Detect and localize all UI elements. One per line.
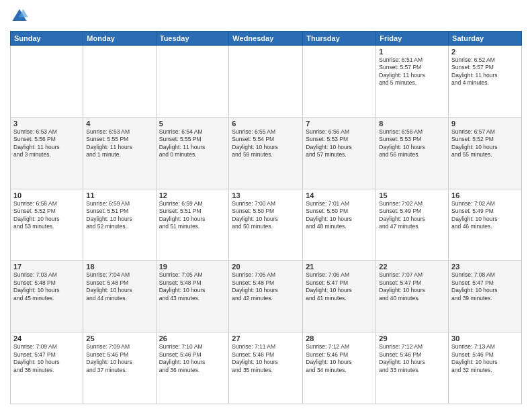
day-info: Sunrise: 7:13 AM Sunset: 5:46 PM Dayligh… <box>451 343 519 374</box>
calendar-cell: 21Sunrise: 7:06 AM Sunset: 5:47 PM Dayli… <box>303 261 376 332</box>
day-number: 22 <box>379 263 445 271</box>
calendar-cell: 4Sunrise: 6:53 AM Sunset: 5:55 PM Daylig… <box>83 117 156 189</box>
day-number: 27 <box>232 334 300 342</box>
dow-header-tuesday: Tuesday <box>156 32 229 46</box>
day-number: 7 <box>306 120 373 128</box>
day-info: Sunrise: 7:09 AM Sunset: 5:46 PM Dayligh… <box>86 343 152 374</box>
day-number: 18 <box>86 263 152 271</box>
day-info: Sunrise: 6:57 AM Sunset: 5:52 PM Dayligh… <box>451 128 519 159</box>
calendar-cell: 20Sunrise: 7:05 AM Sunset: 5:48 PM Dayli… <box>229 261 303 332</box>
dow-header-thursday: Thursday <box>303 32 376 46</box>
calendar-cell <box>83 46 156 118</box>
dow-header-saturday: Saturday <box>449 32 522 46</box>
calendar-cell: 22Sunrise: 7:07 AM Sunset: 5:47 PM Dayli… <box>376 261 449 332</box>
calendar-cell: 7Sunrise: 6:56 AM Sunset: 5:53 PM Daylig… <box>303 117 376 189</box>
calendar-cell: 1Sunrise: 6:51 AM Sunset: 5:57 PM Daylig… <box>376 46 449 118</box>
calendar-cell: 3Sunrise: 6:53 AM Sunset: 5:56 PM Daylig… <box>11 117 83 189</box>
day-number: 8 <box>379 120 445 128</box>
calendar-cell: 2Sunrise: 6:52 AM Sunset: 5:57 PM Daylig… <box>449 46 522 118</box>
day-number: 21 <box>306 263 373 271</box>
page-header <box>10 7 522 26</box>
day-info: Sunrise: 6:59 AM Sunset: 5:51 PM Dayligh… <box>159 200 226 231</box>
day-number: 19 <box>159 263 226 271</box>
calendar-cell: 30Sunrise: 7:13 AM Sunset: 5:46 PM Dayli… <box>449 332 522 404</box>
day-info: Sunrise: 6:51 AM Sunset: 5:57 PM Dayligh… <box>379 56 445 87</box>
calendar-cell <box>11 46 83 118</box>
day-info: Sunrise: 6:53 AM Sunset: 5:55 PM Dayligh… <box>86 128 152 159</box>
dow-header-monday: Monday <box>83 32 156 46</box>
day-number: 14 <box>306 191 373 199</box>
day-number: 3 <box>13 120 80 128</box>
day-number: 1 <box>379 48 445 56</box>
calendar-cell: 26Sunrise: 7:10 AM Sunset: 5:46 PM Dayli… <box>156 332 229 404</box>
day-number: 25 <box>86 334 152 342</box>
day-info: Sunrise: 6:58 AM Sunset: 5:52 PM Dayligh… <box>13 200 80 231</box>
calendar-cell: 17Sunrise: 7:03 AM Sunset: 5:48 PM Dayli… <box>11 261 83 332</box>
day-number: 12 <box>159 191 226 199</box>
day-info: Sunrise: 7:06 AM Sunset: 5:47 PM Dayligh… <box>306 271 373 302</box>
calendar-cell: 23Sunrise: 7:08 AM Sunset: 5:47 PM Dayli… <box>449 261 522 332</box>
calendar-cell: 10Sunrise: 6:58 AM Sunset: 5:52 PM Dayli… <box>11 189 83 261</box>
logo <box>10 7 32 26</box>
day-info: Sunrise: 7:10 AM Sunset: 5:46 PM Dayligh… <box>159 343 226 374</box>
logo-icon <box>10 7 29 26</box>
calendar-cell <box>303 46 376 118</box>
day-info: Sunrise: 7:00 AM Sunset: 5:50 PM Dayligh… <box>232 200 300 231</box>
day-number: 10 <box>13 191 80 199</box>
calendar-cell: 12Sunrise: 6:59 AM Sunset: 5:51 PM Dayli… <box>156 189 229 261</box>
day-number: 28 <box>306 334 373 342</box>
day-number: 4 <box>86 120 152 128</box>
calendar-cell: 8Sunrise: 6:56 AM Sunset: 5:53 PM Daylig… <box>376 117 449 189</box>
calendar-cell: 19Sunrise: 7:05 AM Sunset: 5:48 PM Dayli… <box>156 261 229 332</box>
day-info: Sunrise: 7:07 AM Sunset: 5:47 PM Dayligh… <box>379 271 445 302</box>
calendar-cell: 5Sunrise: 6:54 AM Sunset: 5:55 PM Daylig… <box>156 117 229 189</box>
day-info: Sunrise: 7:12 AM Sunset: 5:46 PM Dayligh… <box>306 343 373 374</box>
day-number: 16 <box>451 191 519 199</box>
day-info: Sunrise: 6:56 AM Sunset: 5:53 PM Dayligh… <box>379 128 445 159</box>
day-info: Sunrise: 7:05 AM Sunset: 5:48 PM Dayligh… <box>159 271 226 302</box>
calendar-cell: 24Sunrise: 7:09 AM Sunset: 5:47 PM Dayli… <box>11 332 83 404</box>
calendar-cell <box>229 46 303 118</box>
calendar: SundayMondayTuesdayWednesdayThursdayFrid… <box>10 31 522 404</box>
calendar-cell: 11Sunrise: 6:59 AM Sunset: 5:51 PM Dayli… <box>83 189 156 261</box>
day-info: Sunrise: 6:54 AM Sunset: 5:55 PM Dayligh… <box>159 128 226 159</box>
calendar-cell: 6Sunrise: 6:55 AM Sunset: 5:54 PM Daylig… <box>229 117 303 189</box>
day-info: Sunrise: 7:05 AM Sunset: 5:48 PM Dayligh… <box>232 271 300 302</box>
day-number: 29 <box>379 334 445 342</box>
day-number: 13 <box>232 191 300 199</box>
day-info: Sunrise: 7:12 AM Sunset: 5:46 PM Dayligh… <box>379 343 445 374</box>
calendar-cell: 14Sunrise: 7:01 AM Sunset: 5:50 PM Dayli… <box>303 189 376 261</box>
day-number: 11 <box>86 191 152 199</box>
day-info: Sunrise: 7:11 AM Sunset: 5:46 PM Dayligh… <box>232 343 300 374</box>
day-number: 15 <box>379 191 445 199</box>
calendar-cell: 13Sunrise: 7:00 AM Sunset: 5:50 PM Dayli… <box>229 189 303 261</box>
dow-header-sunday: Sunday <box>11 32 83 46</box>
day-number: 2 <box>451 48 519 56</box>
calendar-cell: 25Sunrise: 7:09 AM Sunset: 5:46 PM Dayli… <box>83 332 156 404</box>
day-number: 30 <box>451 334 519 342</box>
dow-header-wednesday: Wednesday <box>229 32 303 46</box>
day-number: 23 <box>451 263 519 271</box>
calendar-cell: 18Sunrise: 7:04 AM Sunset: 5:48 PM Dayli… <box>83 261 156 332</box>
calendar-cell: 9Sunrise: 6:57 AM Sunset: 5:52 PM Daylig… <box>449 117 522 189</box>
calendar-cell: 29Sunrise: 7:12 AM Sunset: 5:46 PM Dayli… <box>376 332 449 404</box>
day-info: Sunrise: 7:03 AM Sunset: 5:48 PM Dayligh… <box>13 271 80 302</box>
day-info: Sunrise: 6:56 AM Sunset: 5:53 PM Dayligh… <box>306 128 373 159</box>
day-number: 20 <box>232 263 300 271</box>
day-info: Sunrise: 7:01 AM Sunset: 5:50 PM Dayligh… <box>306 200 373 231</box>
dow-header-friday: Friday <box>376 32 449 46</box>
day-info: Sunrise: 7:02 AM Sunset: 5:49 PM Dayligh… <box>451 200 519 231</box>
day-number: 24 <box>13 334 80 342</box>
day-number: 9 <box>451 120 519 128</box>
day-number: 5 <box>159 120 226 128</box>
calendar-cell <box>156 46 229 118</box>
day-info: Sunrise: 7:08 AM Sunset: 5:47 PM Dayligh… <box>451 271 519 302</box>
calendar-cell: 28Sunrise: 7:12 AM Sunset: 5:46 PM Dayli… <box>303 332 376 404</box>
day-info: Sunrise: 7:09 AM Sunset: 5:47 PM Dayligh… <box>13 343 80 374</box>
day-number: 17 <box>13 263 80 271</box>
day-info: Sunrise: 6:55 AM Sunset: 5:54 PM Dayligh… <box>232 128 300 159</box>
day-number: 26 <box>159 334 226 342</box>
day-number: 6 <box>232 120 300 128</box>
calendar-cell: 15Sunrise: 7:02 AM Sunset: 5:49 PM Dayli… <box>376 189 449 261</box>
day-info: Sunrise: 6:53 AM Sunset: 5:56 PM Dayligh… <box>13 128 80 159</box>
